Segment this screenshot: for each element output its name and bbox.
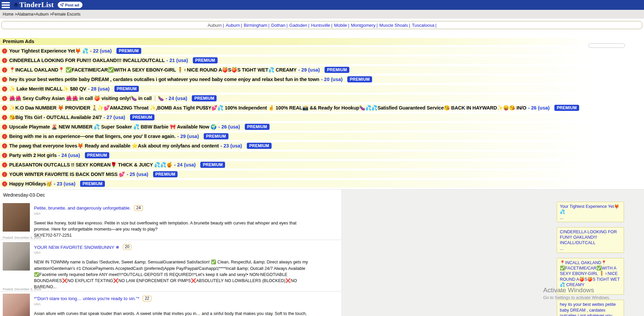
city-link[interactable]: Huntsville	[311, 23, 330, 28]
premium-ad-row[interactable]: ↑ 📍INCALL OAKLAND📍 ✅FACETIME/CAR✅WITH A …	[0, 66, 644, 74]
premium-ad-title[interactable]: Happy HOlidays🥳	[9, 181, 52, 187]
premium-ad-row[interactable]: ↑ 😘Big Tits Girl - OUTCALL Available 24/…	[0, 114, 644, 121]
bump-up-icon: ↑	[2, 67, 7, 73]
scrollbar-thumb[interactable]	[588, 43, 625, 48]
breadcrumb-bar: Home >Alabama>Auburn >Female Escorts	[0, 10, 644, 19]
listing-age-badge: 24	[134, 205, 143, 211]
premium-ad-title[interactable]: YOUR WINTER FAVORITE IS BACK DONT MISS 💕	[9, 172, 125, 177]
city-separator: |	[241, 23, 242, 28]
listing-thumbnail[interactable]	[3, 203, 30, 232]
premium-ad-row[interactable]: ↑ CINDERELLA LOOKING FOR FUN!!! OAKLAND!…	[0, 57, 644, 64]
premium-ad-title[interactable]: Party with 2 Hot girls	[9, 153, 57, 158]
premium-ad-row[interactable]: ↑ Being with me is an experience—one tha…	[0, 133, 644, 140]
city-link[interactable]: Auburn	[226, 23, 240, 28]
bump-up-icon: ↑	[2, 153, 7, 158]
premium-ad-title[interactable]: ✨K.O Daa NUMBER 🦊 PROVIDER 🧎✨💕AMAZING Th…	[9, 105, 526, 111]
premium-ad-title[interactable]: 🌺🌺 Sexy CuRvy Asian 🌺🌺 in call 🍑 visitin…	[9, 96, 164, 101]
premium-ad-age: - 27 (usa)	[104, 115, 125, 120]
premium-ad-row[interactable]: ↑ YOUR WINTER FAVORITE IS BACK DONT MISS…	[0, 171, 644, 178]
city-link[interactable]: Muscle Shoals	[379, 23, 408, 28]
paper-plane-icon	[60, 3, 64, 7]
city-link[interactable]: Tuscaloosa	[412, 23, 434, 28]
premium-ad-title[interactable]: PLEASANTON OUTCALLS !! SEXY KOREAN🌹 THIC…	[9, 162, 172, 168]
bump-up-icon: ↑	[2, 48, 7, 54]
listing-list: Petite, brunette, and dangerously unforg…	[0, 201, 341, 316]
bump-up-icon: ↑	[2, 86, 7, 92]
premium-ads-section: Premium Ads ↑ Your Tightest Experience Y…	[0, 38, 644, 187]
premium-ad-title[interactable]: 📍INCALL OAKLAND📍 ✅FACETIME/CAR✅WITH A SE…	[9, 67, 297, 73]
premium-ad-row[interactable]: ↑ Party with 2 Hot girls - 24 (usa) PREM…	[0, 152, 644, 159]
listing-country: USA	[34, 212, 341, 215]
listing-title-link[interactable]: YOUR NEW FAVORITE SNOWBUNNY ❄	[34, 244, 119, 250]
premium-ad-age: - 29 (usa)	[298, 67, 320, 73]
premium-ad-title[interactable]: Being with me is an experience—one that …	[9, 134, 176, 139]
date-heading: Wednesday-03-Dec	[0, 190, 341, 201]
premium-ad-row[interactable]: ↑ Happy HOlidays🥳 - 23 (usa) PREMIUM	[0, 180, 644, 187]
city-separator: |	[376, 23, 378, 28]
city-nav: Auburn | Auburn | Birmingham | Dothan | …	[1, 21, 642, 29]
premium-badge: PREMIUM	[130, 114, 155, 120]
premium-badge: PREMIUM	[204, 133, 228, 139]
sidebar-ad-title[interactable]: hey its your best wettes petite baby DRE…	[560, 302, 616, 316]
premium-ad-row[interactable]: ↑ Upscale Playmate 🌋 NEW NUMBER 💦 Super …	[0, 123, 644, 131]
premium-ad-age: - 26 (usa)	[528, 105, 550, 111]
listing-thumbnail[interactable]	[3, 294, 30, 316]
bump-up-icon: ↑	[2, 115, 7, 120]
brand-logo[interactable]: TinderList	[13, 1, 54, 9]
premium-ad-title[interactable]: ✨ Lake Merritt INCALL✨ $80 QV	[9, 86, 86, 92]
sidebar-ad-box[interactable]: ↑hey its your best wettes petite baby DR…	[557, 300, 624, 316]
premium-badge: PREMIUM	[245, 124, 270, 130]
post-ad-label: Post ad	[65, 3, 79, 7]
breadcrumb[interactable]: Home >Alabama>Auburn >Female Escorts	[3, 12, 80, 17]
premium-ad-title[interactable]: The pawg that everyone loves🦊 Ready and …	[9, 143, 219, 149]
premium-ad-row[interactable]: ↑ ✨ Lake Merritt INCALL✨ $80 QV - 28 (us…	[0, 85, 644, 93]
premium-ad-row[interactable]: ↑ 🌺🌺 Sexy CuRvy Asian 🌺🌺 in call 🍑 visit…	[0, 95, 644, 102]
sidebar-ad-box[interactable]: ↑CINDERELLA LOOKING FOR FUN!!! OAKLAND!!…	[557, 227, 624, 253]
listing-posted-date: Posted: December 3, 2025	[3, 287, 41, 291]
premium-ad-age: - 29 (usa)	[177, 134, 199, 139]
activate-windows-watermark: Activate Windows Go to Settings to activ…	[543, 287, 610, 300]
city-link[interactable]: Auburn	[207, 23, 222, 28]
post-ad-button[interactable]: Post ad	[58, 2, 82, 8]
premium-ad-row[interactable]: ↑ The pawg that everyone loves🦊 Ready an…	[0, 142, 644, 150]
premium-ad-title[interactable]: Upscale Playmate 🌋 NEW NUMBER 💦 Super So…	[9, 124, 217, 130]
listing-description: Asian allure with curves that speak loud…	[34, 311, 311, 316]
sidebar-ad-box[interactable]: ↑Your Tightest Experience Yet🦊 💦 ...	[557, 202, 624, 222]
listing-age-badge: 20	[123, 244, 131, 250]
watermark-subtitle: Go to Settings to activate Windows.	[543, 295, 610, 300]
premium-ad-row[interactable]: ↑ hey its your best wettes petite baby D…	[0, 76, 644, 83]
city-link[interactable]: Birmingham	[244, 23, 267, 28]
listing-title-link[interactable]: Petite, brunette, and dangerously unforg…	[34, 205, 131, 211]
city-link[interactable]: Gadsden	[289, 23, 307, 28]
premium-badge: PREMIUM	[80, 181, 105, 187]
premium-ad-row[interactable]: ↑ PLEASANTON OUTCALLS !! SEXY KOREAN🌹 TH…	[0, 161, 644, 169]
city-separator: |	[348, 23, 349, 28]
city-link[interactable]: Dothan	[271, 23, 286, 28]
premium-ad-row[interactable]: ↑ ✨K.O Daa NUMBER 🦊 PROVIDER 🧎✨💕AMAZING …	[0, 104, 644, 112]
bump-up-icon: ↑	[2, 77, 7, 82]
premium-ad-title[interactable]: 😘Big Tits Girl - OUTCALL Available 24/7	[9, 115, 102, 120]
sidebar-ad-title[interactable]: CINDERELLA LOOKING FOR FUN!!! OAKLAND!!!…	[560, 230, 617, 245]
premium-ad-age: - 24 (usa)	[174, 162, 196, 167]
premium-ad-title[interactable]: Your Tightest Experience Yet🦊 💦	[9, 48, 88, 54]
sidebar-ad-title[interactable]: Your Tightest Experience Yet🦊 💦	[560, 204, 619, 214]
city-separator: |	[409, 23, 410, 28]
city-separator: |	[223, 23, 224, 28]
city-separator: |	[435, 23, 436, 28]
menu-icon[interactable]	[2, 2, 10, 8]
premium-ad-title[interactable]: hey its your best wettes petite baby DRE…	[9, 77, 319, 82]
listing-thumbnail[interactable]	[3, 242, 30, 271]
city-link[interactable]: Mobile	[334, 23, 347, 28]
sidebar-ad-ellipsis: ...	[560, 246, 621, 251]
city-separator: |	[287, 23, 288, 28]
bump-up-icon: ↑	[2, 162, 7, 167]
sidebar-ad-title[interactable]: 📍INCALL OAKLAND📍 ✅FACETIME/CAR✅WITH A SE…	[560, 260, 620, 287]
premium-ad-age: - 23 (usa)	[54, 181, 75, 186]
bump-up-icon: ↑	[2, 58, 7, 63]
city-link[interactable]: Montgomery	[351, 23, 375, 28]
city-separator: |	[308, 23, 309, 28]
sidebar-ad-ellipsis: ...	[560, 215, 621, 220]
listing-title-link[interactable]: *"Don't stare too long… unless you're re…	[34, 296, 139, 301]
premium-ad-row[interactable]: ↑ Your Tightest Experience Yet🦊 💦 - 22 (…	[0, 47, 644, 55]
premium-ad-title[interactable]: CINDERELLA LOOKING FOR FUN!!! OAKLAND!!!…	[9, 58, 165, 63]
